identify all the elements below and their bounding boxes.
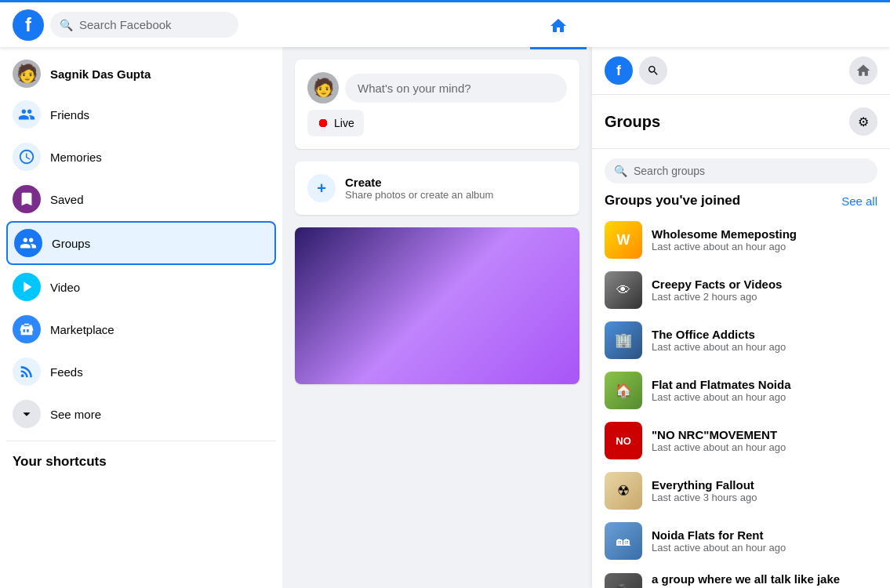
group-thumb: 🏢 — [605, 321, 642, 359]
groups-joined-section: Groups you've joined See all W Wholesome… — [592, 193, 890, 588]
create-label: Create — [345, 176, 493, 189]
feeds-icon — [13, 358, 41, 386]
live-row: ⏺ Live — [307, 110, 567, 136]
group-info: Creepy Facts or Videos Last active 2 hou… — [652, 278, 877, 303]
marketplace-icon — [13, 315, 41, 343]
group-info: Noida Flats for Rent Last active about a… — [652, 528, 877, 554]
groups-section-header: Groups you've joined See all — [605, 193, 877, 209]
memories-icon — [13, 143, 41, 171]
group-name: "NO NRC"MOVEMENT — [652, 428, 877, 441]
sidebar-item-label: Video — [50, 281, 80, 294]
group-activity: Last active about an hour ago — [652, 441, 877, 453]
panel-facebook-logo[interactable]: f — [605, 56, 633, 85]
search-icon: 🔍 — [60, 19, 73, 31]
sidebar-item-feeds[interactable]: Feeds — [6, 351, 276, 392]
group-activity: Last active about an hour ago — [652, 241, 877, 252]
group-info: Flat and Flatmates Noida Last active abo… — [652, 378, 877, 403]
group-item-flat[interactable]: 🏠 Flat and Flatmates Noida Last active a… — [605, 365, 877, 416]
groups-title: Groups — [605, 113, 660, 131]
group-info: a group where we all talk like jake pera… — [652, 572, 877, 588]
sidebar-item-label: Feeds — [50, 365, 83, 379]
search-placeholder: Search Facebook — [79, 18, 172, 31]
sidebar-item-friends[interactable]: Friends — [6, 94, 276, 135]
feed-top: 🧑 What's on your mind? — [307, 72, 567, 103]
group-item-jake[interactable]: 🕵 a group where we all talk like jake pe… — [605, 566, 877, 588]
panel-home-button[interactable] — [849, 56, 877, 85]
group-item-nonrc[interactable]: NO "NO NRC"MOVEMENT Last active about an… — [605, 416, 877, 466]
group-name: Noida Flats for Rent — [652, 528, 877, 542]
panel-search-button[interactable] — [639, 56, 667, 85]
group-thumb: ☢ — [605, 472, 642, 510]
group-info: Wholesome Memeposting Last active about … — [652, 227, 877, 252]
group-info: The Office Addicts Last active about an … — [652, 328, 877, 353]
group-info: Everything Fallout Last active 3 hours a… — [652, 478, 877, 503]
sidebar-item-groups[interactable]: Groups — [6, 221, 276, 265]
body-container: 🧑 Sagnik Das Gupta Friends Memories Save… — [0, 47, 890, 588]
panel-top-nav: f — [592, 47, 890, 95]
top-nav: f 🔍 Search Facebook — [0, 0, 890, 47]
create-info: Create Share photos or create an album — [345, 176, 493, 201]
create-card[interactable]: + Create Share photos or create an album — [295, 162, 579, 215]
sidebar-item-saved[interactable]: Saved — [6, 179, 276, 220]
shortcuts-title: Your shortcuts — [6, 448, 276, 476]
group-thumb: 🏠 — [605, 372, 642, 409]
create-sublabel: Share photos or create an album — [345, 189, 493, 201]
group-item-fallout[interactable]: ☢ Everything Fallout Last active 3 hours… — [605, 466, 877, 516]
sidebar-item-label: See more — [50, 408, 101, 421]
group-thumb: 🏘 — [605, 522, 642, 560]
sidebar-item-video[interactable]: Video — [6, 267, 276, 307]
group-thumb: 🕵 — [605, 573, 642, 589]
sidebar-item-label: Marketplace — [50, 323, 114, 336]
chevron-down-icon — [13, 400, 41, 428]
group-name: a group where we all talk like jake pera… — [652, 572, 877, 588]
groups-search-icon: 🔍 — [614, 165, 627, 177]
group-item-creepy[interactable]: 👁 Creepy Facts or Videos Last active 2 h… — [605, 265, 877, 315]
image-placeholder — [295, 227, 579, 384]
see-all-link[interactable]: See all — [841, 194, 877, 208]
group-name: Flat and Flatmates Noida — [652, 378, 877, 391]
groups-search-placeholder: Search groups — [634, 165, 705, 177]
groups-panel-header: Groups ⚙ — [592, 95, 890, 149]
sidebar-item-label: Memories — [50, 151, 102, 164]
group-item-wholesome[interactable]: W Wholesome Memeposting Last active abou… — [605, 215, 877, 265]
friends-icon — [13, 100, 41, 129]
main-feed: 🧑 What's on your mind? ⏺ Live + Create S… — [282, 47, 592, 588]
groups-icon — [14, 229, 42, 257]
username: Sagnik Das Gupta — [50, 67, 151, 81]
sidebar-item-marketplace[interactable]: Marketplace — [6, 309, 276, 350]
groups-search-bar[interactable]: 🔍 Search groups — [605, 158, 877, 183]
avatar: 🧑 — [13, 60, 41, 88]
group-item-office[interactable]: 🏢 The Office Addicts Last active about a… — [605, 315, 877, 365]
sidebar-user[interactable]: 🧑 Sagnik Das Gupta — [6, 53, 276, 94]
groups-right-panel: f Groups ⚙ 🔍 Search groups Groups you've… — [592, 47, 890, 588]
divider — [6, 441, 276, 441]
image-card — [295, 227, 579, 384]
facebook-logo[interactable]: f — [13, 9, 44, 41]
group-activity: Last active about an hour ago — [652, 341, 877, 353]
tab-home[interactable] — [530, 5, 587, 49]
nav-tabs — [238, 2, 877, 47]
feed-avatar: 🧑 — [307, 72, 339, 103]
saved-icon — [13, 185, 41, 213]
live-button[interactable]: ⏺ Live — [307, 110, 364, 136]
post-input-card: 🧑 What's on your mind? ⏺ Live — [295, 60, 579, 149]
create-plus-button[interactable]: + — [307, 174, 336, 202]
settings-button[interactable]: ⚙ — [849, 107, 877, 136]
group-thumb: NO — [605, 422, 642, 459]
sidebar-item-seemore[interactable]: See more — [6, 394, 276, 434]
sidebar-item-label: Saved — [50, 193, 84, 206]
sidebar-item-memories[interactable]: Memories — [6, 136, 276, 177]
group-item-noida[interactable]: 🏘 Noida Flats for Rent Last active about… — [605, 516, 877, 566]
group-name: The Office Addicts — [652, 328, 877, 341]
left-sidebar: 🧑 Sagnik Das Gupta Friends Memories Save… — [0, 47, 282, 588]
whats-on-mind-input[interactable]: What's on your mind? — [345, 74, 567, 103]
groups-section-title: Groups you've joined — [605, 193, 740, 209]
video-icon — [13, 273, 41, 301]
search-bar[interactable]: 🔍 Search Facebook — [50, 12, 238, 38]
group-name: Wholesome Memeposting — [652, 227, 877, 241]
group-activity: Last active 3 hours ago — [652, 492, 877, 503]
group-info: "NO NRC"MOVEMENT Last active about an ho… — [652, 428, 877, 453]
group-activity: Last active about an hour ago — [652, 542, 877, 554]
sidebar-item-label: Groups — [52, 237, 90, 250]
group-activity: Last active 2 hours ago — [652, 291, 877, 303]
